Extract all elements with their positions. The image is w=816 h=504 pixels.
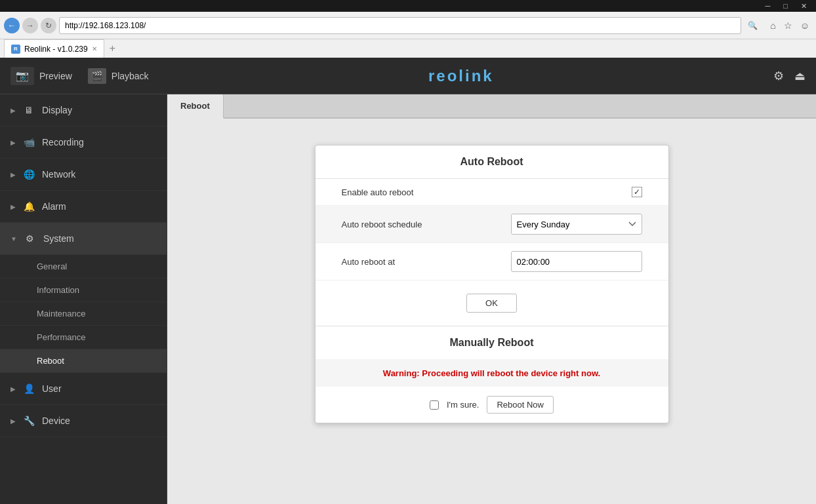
tab-reboot-label: Reboot <box>180 101 210 111</box>
schedule-control: Every Sunday Every Monday Every Tuesday … <box>511 214 642 235</box>
schedule-label: Auto reboot schedule <box>342 220 511 229</box>
maintenance-label: Maintenance <box>37 309 85 319</box>
tab-close-icon[interactable]: ✕ <box>92 45 97 52</box>
confirm-row: I'm sure. Reboot Now <box>316 387 668 423</box>
auto-reboot-title: Auto Reboot <box>316 145 668 179</box>
top-bar-left: 📷 Preview 🎬 Playback <box>10 67 149 85</box>
expand-arrow-device: ▶ <box>10 417 16 425</box>
smiley-icon[interactable]: ☺ <box>798 19 812 32</box>
address-bar[interactable] <box>59 17 741 34</box>
performance-label: Performance <box>37 332 85 342</box>
main-layout: ▶ 🖥 Display ▶ 📹 Recording ▶ 🌐 Network ▶ … <box>0 94 816 504</box>
enable-auto-reboot-row: Enable auto reboot <box>316 179 668 206</box>
tab-title: Reolink - v1.0.239 <box>24 45 88 54</box>
confirm-label: I'm sure. <box>447 400 479 410</box>
reboot-label: Reboot <box>37 356 64 366</box>
warning-row: Warning: Proceeding will reboot the devi… <box>316 359 668 387</box>
expand-arrow-display: ▶ <box>10 107 16 114</box>
manual-reboot-title: Manually Reboot <box>316 326 668 359</box>
content-area: Reboot Auto Reboot Enable auto reboot <box>167 94 816 504</box>
enable-label: Enable auto reboot <box>342 187 632 197</box>
top-bar: 📷 Preview 🎬 Playback reolink ⚙ ⏏ <box>0 58 816 94</box>
device-icon: 🔧 <box>22 414 35 427</box>
time-row: Auto reboot at <box>316 243 668 281</box>
display-icon: 🖥 <box>22 104 35 117</box>
playback-label: Playback <box>112 71 149 81</box>
tab-favicon: R <box>11 45 20 54</box>
sidebar-sub-performance[interactable]: Performance <box>0 326 167 349</box>
expand-arrow-user: ▶ <box>10 385 16 393</box>
sidebar: ▶ 🖥 Display ▶ 📹 Recording ▶ 🌐 Network ▶ … <box>0 94 167 504</box>
app-container: 📷 Preview 🎬 Playback reolink ⚙ ⏏ ▶ � <box>0 58 816 504</box>
confirm-checkbox[interactable] <box>430 400 439 410</box>
logo-text: reolink <box>428 67 494 85</box>
settings-icon[interactable]: ⚙ <box>773 69 784 83</box>
minimize-button[interactable]: ─ <box>762 1 775 10</box>
sidebar-sub-maintenance[interactable]: Maintenance <box>0 302 167 326</box>
sidebar-item-display[interactable]: ▶ 🖥 Display <box>0 94 167 126</box>
new-tab-button[interactable]: + <box>104 40 121 57</box>
close-button[interactable]: ✕ <box>797 1 811 11</box>
sidebar-item-system[interactable]: ▼ ⚙ System <box>0 223 167 255</box>
back-button[interactable]: ← <box>4 18 20 33</box>
content-tab-bar: Reboot <box>167 94 816 119</box>
content-body: Auto Reboot Enable auto reboot Auto rebo… <box>167 119 816 504</box>
expand-arrow-recording: ▶ <box>10 139 16 146</box>
reboot-now-button[interactable]: Reboot Now <box>487 396 554 414</box>
enable-checkbox[interactable] <box>632 187 642 197</box>
star-icon[interactable]: ☆ <box>781 19 795 32</box>
sidebar-label-device: Device <box>42 416 70 426</box>
enable-control <box>632 187 642 197</box>
information-label: Information <box>37 285 79 295</box>
window-chrome: ─ □ ✕ <box>0 0 816 12</box>
sidebar-label-alarm: Alarm <box>42 201 66 212</box>
browser-bar: ← → ↻ 🔍 ⌂ ☆ ☺ <box>0 12 816 39</box>
sidebar-item-device[interactable]: ▶ 🔧 Device <box>0 405 167 437</box>
preview-button[interactable]: 📷 Preview <box>10 67 72 85</box>
schedule-row: Auto reboot schedule Every Sunday Every … <box>316 206 668 243</box>
schedule-select[interactable]: Every Sunday Every Monday Every Tuesday … <box>511 214 642 235</box>
ok-button[interactable]: OK <box>466 294 517 313</box>
expand-arrow-system: ▼ <box>10 235 17 242</box>
sidebar-sub-information[interactable]: Information <box>0 279 167 302</box>
refresh-button[interactable]: ↻ <box>41 18 56 33</box>
sidebar-sub-general[interactable]: General <box>0 255 167 279</box>
tab-bar: R Reolink - v1.0.239 ✕ + <box>0 39 816 58</box>
main-panel: Auto Reboot Enable auto reboot Auto rebo… <box>315 145 669 423</box>
time-control <box>511 251 642 272</box>
sidebar-label-display: Display <box>42 105 72 115</box>
sidebar-label-system: System <box>43 233 74 244</box>
browser-tab[interactable]: R Reolink - v1.0.239 ✕ <box>4 39 104 58</box>
sidebar-sub-reboot[interactable]: Reboot <box>0 349 167 373</box>
forward-button[interactable]: → <box>22 18 38 33</box>
sidebar-label-network: Network <box>42 169 75 180</box>
home-icon[interactable]: ⌂ <box>767 19 778 32</box>
browser-icons: ⌂ ☆ ☺ <box>767 19 812 32</box>
sidebar-item-alarm[interactable]: ▶ 🔔 Alarm <box>0 191 167 223</box>
sidebar-item-network[interactable]: ▶ 🌐 Network <box>0 159 167 191</box>
preview-label: Preview <box>39 71 72 81</box>
maximize-button[interactable]: □ <box>779 1 792 10</box>
logo: reolink <box>149 67 773 85</box>
tab-reboot[interactable]: Reboot <box>167 94 224 119</box>
auto-reboot-section: Auto Reboot Enable auto reboot Auto rebo… <box>316 145 668 326</box>
top-bar-right: ⚙ ⏏ <box>773 69 806 83</box>
search-button[interactable]: 🔍 <box>744 17 761 34</box>
user-icon: 👤 <box>22 382 35 395</box>
time-input[interactable] <box>511 251 642 272</box>
network-icon: 🌐 <box>22 168 35 181</box>
system-icon: ⚙ <box>24 232 37 245</box>
sidebar-label-user: User <box>42 383 62 394</box>
alarm-icon: 🔔 <box>22 200 35 213</box>
playback-button[interactable]: 🎬 Playback <box>88 68 149 84</box>
manual-reboot-section: Manually Reboot Warning: Proceeding will… <box>316 326 668 423</box>
sidebar-item-user[interactable]: ▶ 👤 User <box>0 373 167 405</box>
preview-icon: 📷 <box>10 67 34 85</box>
time-label: Auto reboot at <box>342 257 511 267</box>
sidebar-label-recording: Recording <box>42 137 84 147</box>
recording-icon: 📹 <box>22 136 35 149</box>
playback-icon: 🎬 <box>88 68 106 84</box>
sidebar-item-recording[interactable]: ▶ 📹 Recording <box>0 126 167 159</box>
warning-text: Warning: Proceeding will reboot the devi… <box>383 368 600 378</box>
logout-icon[interactable]: ⏏ <box>794 69 806 83</box>
